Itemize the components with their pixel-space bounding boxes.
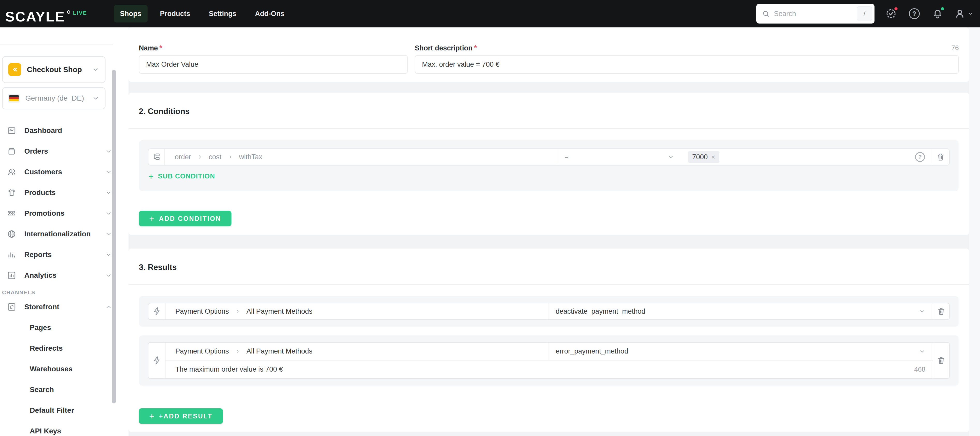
condition-value-input[interactable]: 7000 × ? <box>681 149 932 165</box>
name-input[interactable] <box>139 55 408 74</box>
delete-result-button[interactable] <box>933 343 949 378</box>
sidebar-item-analytics[interactable]: Analytics <box>0 265 129 286</box>
chevron-right-icon <box>228 154 233 159</box>
result-effect-select[interactable]: error_payment_method <box>548 343 933 360</box>
section-divider <box>129 128 969 129</box>
result-target-select[interactable]: Payment Options All Payment Methods <box>165 343 548 360</box>
short-description-label: Short description <box>415 44 473 52</box>
tree-structure-icon <box>152 153 161 161</box>
sidebar-subitem-default-filter[interactable]: Default Filter <box>0 400 129 421</box>
shop-selector[interactable]: Checkout Shop <box>2 56 105 83</box>
conditions-heading: 2. Conditions <box>129 92 969 116</box>
plus-icon: + <box>149 411 154 421</box>
sidebar-item-internationalization[interactable]: Internationalization <box>0 224 129 244</box>
sidebar-item-storefront[interactable]: Storefront <box>0 297 129 317</box>
chevron-down-icon <box>919 308 926 315</box>
chevron-down-icon <box>105 169 112 175</box>
trash-icon <box>936 153 945 161</box>
char-counter: 76 <box>951 44 959 52</box>
sidebar: Checkout Shop Germany (de_DE) Dashboard … <box>0 27 129 436</box>
sidebar-subitem-api-keys[interactable]: API Keys <box>0 421 129 436</box>
sidebar-item-promotions[interactable]: Promotions <box>0 203 129 224</box>
remove-tag-icon[interactable]: × <box>711 153 715 161</box>
condition-operator-select[interactable]: = <box>557 149 681 165</box>
status-progress-button[interactable] <box>885 7 898 21</box>
chevron-right-icon <box>197 154 202 159</box>
orders-icon <box>7 146 16 156</box>
lightning-icon <box>152 356 161 365</box>
tab-shops[interactable]: Shops <box>114 5 148 22</box>
shop-selector-label: Checkout Shop <box>27 65 82 74</box>
chevron-down-icon <box>919 348 926 355</box>
reports-icon <box>7 250 16 259</box>
condition-type-cell[interactable] <box>148 149 165 165</box>
main-nav-tabs: Shops Products Settings Add-Ons <box>114 5 291 22</box>
chevron-down-icon <box>105 251 112 258</box>
results-card: 3. Results Payment Options All Payment M… <box>129 248 969 432</box>
plus-icon: + <box>149 213 154 224</box>
tab-add-ons[interactable]: Add-Ons <box>249 5 291 22</box>
top-navbar: SCAYLE LIVE Shops Products Settings Add-… <box>0 0 980 27</box>
condition-help-icon[interactable]: ? <box>915 152 925 162</box>
locale-selector[interactable]: Germany (de_DE) <box>2 87 105 110</box>
environment-badge: LIVE <box>73 10 87 16</box>
trash-icon <box>937 307 946 316</box>
result-row: Payment Options All Payment Methods deac… <box>148 303 950 320</box>
result-type-cell[interactable] <box>148 343 165 378</box>
chevron-down-icon <box>105 148 112 154</box>
status-alert-dot <box>894 6 898 11</box>
sidebar-subitem-redirects[interactable]: Redirects <box>0 338 129 359</box>
chevron-up-icon <box>105 304 112 310</box>
section-divider <box>129 284 969 285</box>
analytics-icon <box>7 271 16 280</box>
help-button[interactable]: ? <box>908 7 921 21</box>
sidebar-item-customers[interactable]: Customers <box>0 162 129 182</box>
sidebar-subitem-warehouses[interactable]: Warehouses <box>0 359 129 379</box>
required-asterisk: * <box>159 44 162 52</box>
result-type-cell[interactable] <box>148 303 165 319</box>
tab-settings[interactable]: Settings <box>203 5 243 22</box>
shop-logo-icon <box>8 63 21 76</box>
account-menu-button[interactable] <box>954 7 973 21</box>
result-group-panel: Payment Options All Payment Methods erro… <box>139 336 959 385</box>
app-root: SCAYLE LIVE Shops Products Settings Add-… <box>0 0 980 436</box>
result-target-select[interactable]: Payment Options All Payment Methods <box>165 303 548 319</box>
delete-result-button[interactable] <box>933 303 949 319</box>
sidebar-item-reports[interactable]: Reports <box>0 244 129 265</box>
result-group-panel: Payment Options All Payment Methods deac… <box>139 296 959 326</box>
page-scrollbar[interactable] <box>969 27 980 436</box>
tab-products[interactable]: Products <box>154 5 197 22</box>
chevron-right-icon <box>235 349 240 354</box>
result-message-input[interactable]: The maximum order value is 700 € 468 <box>165 361 933 378</box>
global-search[interactable]: / <box>756 4 875 24</box>
add-result-button[interactable]: + +ADD RESULT <box>139 408 223 424</box>
sidebar-item-dashboard[interactable]: Dashboard <box>0 120 129 141</box>
chevron-down-icon <box>967 11 973 17</box>
condition-group-panel: order cost withTax = 7000 × <box>139 140 959 191</box>
notifications-button[interactable] <box>931 7 944 21</box>
sidebar-item-products[interactable]: Products <box>0 182 129 203</box>
name-field-group: Name * <box>139 44 408 82</box>
condition-attribute-select[interactable]: order cost withTax <box>165 149 557 165</box>
logo-wordmark: SCAYLE <box>5 9 65 24</box>
short-description-input[interactable] <box>415 55 959 74</box>
main-content: Name * Short description * 76 2. Conditi… <box>129 27 969 436</box>
sidebar-subitem-search[interactable]: Search <box>0 379 129 400</box>
sidebar-scrollbar-thumb[interactable] <box>112 70 116 403</box>
sidebar-subitem-pages[interactable]: Pages <box>0 317 129 338</box>
add-condition-button[interactable]: + ADD CONDITION <box>139 211 231 226</box>
name-label: Name <box>139 44 158 52</box>
search-icon <box>762 10 770 18</box>
chevron-down-icon <box>105 189 112 196</box>
add-sub-condition-button[interactable]: + SUB CONDITION <box>148 172 215 180</box>
logo-ring-icon <box>67 10 70 14</box>
short-description-field-group: Short description * 76 <box>415 44 959 82</box>
search-shortcut-key: / <box>857 6 872 21</box>
required-asterisk: * <box>474 44 477 52</box>
sidebar-item-orders[interactable]: Orders <box>0 141 129 162</box>
logo: SCAYLE LIVE <box>0 4 113 24</box>
storefront-icon <box>7 302 16 312</box>
delete-condition-button[interactable] <box>932 149 949 165</box>
search-input[interactable] <box>774 10 853 18</box>
result-effect-select[interactable]: deactivate_payment_method <box>548 303 933 319</box>
